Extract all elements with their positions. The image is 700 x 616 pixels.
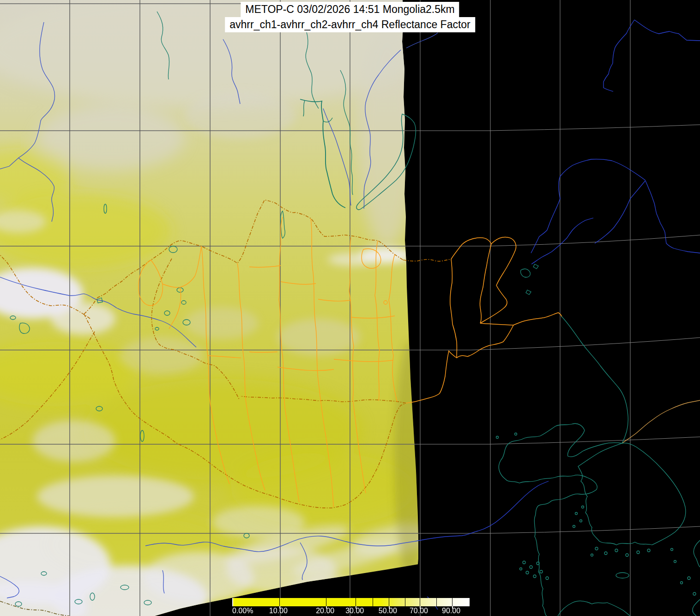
colorbar-label: 0.00% [232,607,253,615]
colorbar-tick [405,598,405,606]
image-title-line2: avhrr_ch1-avhrr_ch2-avhrr_ch4 Reflectanc… [225,17,475,32]
colorbar-tick [420,598,420,606]
colorbar-labels: 0.00%10.0020.0030.0050.0070.0090.00 [232,607,469,616]
colorbar [232,598,470,606]
colorbar-tick [279,598,280,606]
image-title-line1: METOP-C 03/02/2026 14:51 Mongolia2.5km [241,2,459,17]
satellite-swath [0,0,436,616]
colorbar-tick [452,598,453,606]
colorbar-tick [389,598,389,606]
colorbar-tick [356,598,356,606]
colorbar-label: 30.00 [345,607,364,615]
satellite-product-page: { "header": { "line1": "METOP-C 03/02/20… [0,0,700,616]
colorbar-label: 10.00 [269,607,288,615]
colorbar-label: 50.00 [379,607,397,615]
colorbar-tick [373,598,373,606]
colorbar-label: 90.00 [442,607,460,615]
colorbar-gradient [233,598,470,606]
colorbar-label: 70.00 [410,607,428,615]
colorbar-label: 20.00 [316,607,334,615]
satellite-image [0,0,700,616]
colorbar-tick [436,598,437,606]
colorbar-tick [326,598,326,606]
